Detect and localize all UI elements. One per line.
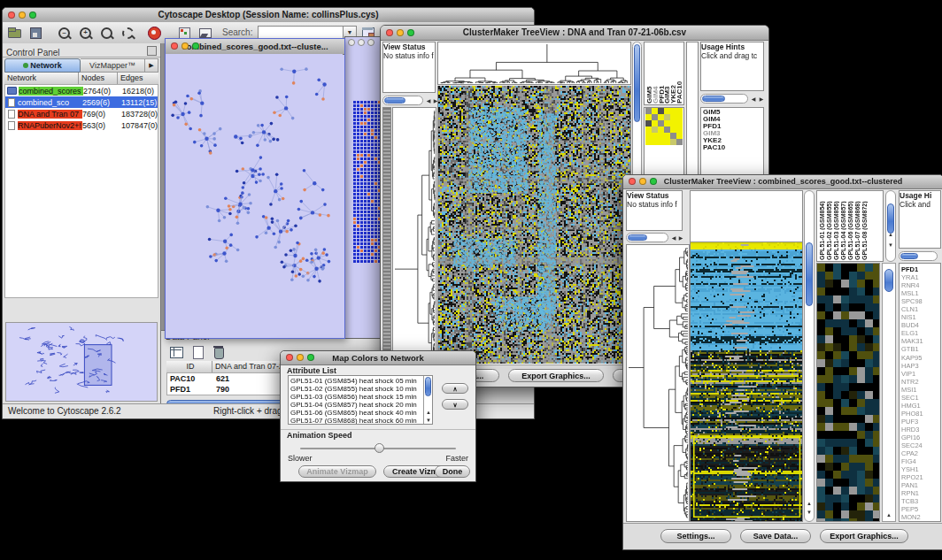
tv2-genes-scrollbar[interactable]: ▲ [882,263,896,522]
gene-label[interactable]: MSL1 [901,289,940,297]
gene-label[interactable]: YRA1 [901,273,940,281]
scroll-right-arrow[interactable]: ▶ [676,234,685,242]
minimize-button[interactable] [639,178,646,185]
gene-label[interactable]: PHO81 [901,410,940,418]
delete-attribute-icon[interactable] [211,344,228,361]
tv1-heatmap[interactable] [437,86,631,365]
zoom-out-icon[interactable]: – [56,25,73,42]
scroll-thumb[interactable] [884,269,893,292]
scroll-right-arrow[interactable]: ▶ [757,95,766,104]
gene-label[interactable]: HMG1 [901,402,940,410]
gene-label[interactable]: MSI1 [901,386,940,394]
animation-speed-slider[interactable] [300,443,456,454]
network-list-row[interactable]: combined_scores2764(0)16218(0) [5,85,158,96]
export-graphics-button[interactable]: Export Graphics... [508,369,604,382]
gene-label[interactable]: PAN1 [901,481,940,489]
gene-label[interactable]: CLN1 [901,305,940,313]
tv2-status-scrollbar[interactable] [626,233,668,242]
zoom-button[interactable] [307,354,314,361]
attribute-list-item[interactable]: GPL51-04 (GSM857) heat shock 20 min [289,401,422,409]
tv2-heatmap[interactable] [690,242,803,522]
treeview1-titlebar[interactable]: ClusterMaker TreeView : DNA and Tran 07-… [381,26,768,41]
zoom-selected-icon[interactable] [98,25,116,42]
tv2-zoom-heatmap[interactable] [816,263,880,522]
gene-label[interactable]: RPO21 [901,473,940,481]
new-attribute-icon[interactable] [189,344,207,361]
gene-label[interactable]: SEC1 [901,394,940,402]
tv1-column-dendrogram[interactable] [437,42,631,85]
scroll-thumb[interactable] [900,253,918,259]
column-header-id[interactable]: ID [166,361,212,372]
gene-label[interactable]: HRD3 [901,426,940,433]
gene-label[interactable]: TCB3 [901,497,940,505]
done-button[interactable]: Done [435,465,470,478]
close-button[interactable] [386,29,393,36]
zoom-fit-icon[interactable] [120,25,137,42]
close-button[interactable] [171,42,178,50]
gene-label[interactable]: FIG4 [901,457,940,465]
minimize-button[interactable] [358,39,365,46]
tab-network[interactable]: Network [4,58,81,73]
tv1-row-dendrogram[interactable] [392,107,436,365]
gene-label[interactable]: GTB1 [901,345,940,353]
scroll-down-arrow[interactable]: ▼ [886,241,895,249]
network-frame-titlebar[interactable]: combined_scores_good.txt--cluste... [166,39,344,55]
scroll-thumb[interactable] [702,96,725,102]
move-down-button[interactable]: ∨ [442,399,468,410]
gene-label[interactable]: CPA2 [901,449,940,457]
minimize-button[interactable] [19,12,26,19]
minimize-button[interactable] [181,42,189,50]
help-lifesaver-icon[interactable] [146,25,164,42]
attribute-list-item[interactable]: GPL51-06 (GSM865) heat shock 40 min [289,409,422,417]
close-button[interactable] [8,12,15,19]
gene-label[interactable]: HAP3 [901,362,940,370]
gene-label[interactable]: MON2 [901,513,940,521]
gene-label[interactable]: ELG1 [901,329,940,337]
scroll-up-arrow[interactable]: ▲ [886,230,895,239]
tab-overflow-button[interactable]: ▶ [145,58,158,73]
table-select-icon[interactable] [168,344,186,361]
close-button[interactable] [629,178,636,185]
main-titlebar[interactable]: Cytoscape Desktop (Session Name: collins… [3,8,534,23]
scroll-down-arrow[interactable]: ▼ [805,508,814,517]
scroll-thumb[interactable] [887,203,894,234]
tv2-row-dendrogram[interactable] [626,244,690,522]
tv2-labels-scrollbar[interactable] [885,190,896,262]
minimize-button[interactable] [397,29,404,36]
gene-label[interactable]: BUD4 [901,321,940,329]
gene-label[interactable]: GPI16 [901,433,940,441]
attribute-list[interactable]: GPL51-01 (GSM854) heat shock 05 minGPL51… [288,375,433,425]
gene-label[interactable]: PFD1 [901,265,940,273]
tv2-vscrollbar[interactable] [804,190,815,522]
attribute-list-item[interactable]: GPL51-02 (GSM855) heat shock 10 min [289,385,422,393]
attribute-list-scrollbar[interactable]: ▲ ▼ [423,376,432,424]
animate-vizmap-button[interactable]: Animate Vizmap [298,465,376,478]
save-data-button[interactable]: Save Data... [740,529,811,543]
attribute-list-item[interactable]: GPL51-01 (GSM854) heat shock 05 min [289,377,422,385]
attribute-list-item[interactable]: GPL51-07 (GSM868) heat shock 60 min [289,417,422,425]
network-list-row[interactable]: DNA and Tran 07769(0)183728(0) [5,108,158,119]
scroll-up-arrow[interactable]: ▲ [805,499,814,508]
column-header-edges[interactable]: Edges [118,73,158,84]
tv1-hints-scrollbar[interactable] [700,94,748,104]
network-list-row[interactable]: combined_sco2569(6)13112(15) [5,96,158,108]
gene-label[interactable]: RNR4 [901,281,940,289]
zoom-button[interactable] [650,178,657,185]
gene-label[interactable]: PAC10 [703,144,761,151]
close-button[interactable] [286,354,293,361]
column-header-nodes[interactable]: Nodes [79,73,118,84]
slider-thumb[interactable] [374,443,384,453]
gene-label[interactable]: SPC98 [901,297,940,305]
close-button[interactable] [348,39,355,46]
scroll-thumb[interactable] [384,97,405,104]
zoom-button[interactable] [29,12,36,19]
gene-label[interactable]: NTR2 [901,378,940,386]
settings-button[interactable]: Settings... [660,529,731,543]
tv2-hints-scrollbar[interactable] [899,251,938,261]
tv2-gene-list[interactable]: PFD1YRA1RNR4MSL1SPC98CLN1NIS1BUD4ELG1MAK… [899,263,941,522]
network-overview-canvas[interactable] [6,323,157,401]
scroll-thumb[interactable] [806,242,813,306]
scroll-thumb[interactable] [628,234,647,241]
gene-label[interactable]: VIP1 [901,370,940,378]
scroll-thumb[interactable] [634,44,640,122]
